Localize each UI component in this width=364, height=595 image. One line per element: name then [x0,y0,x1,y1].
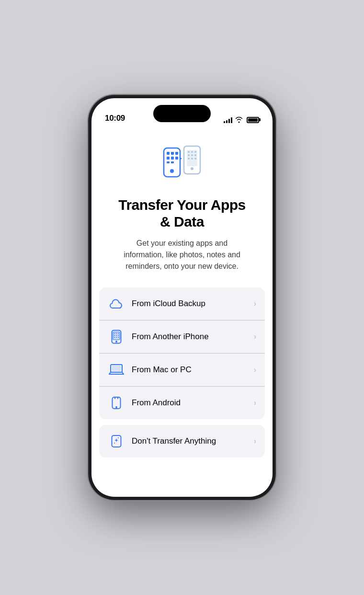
option-dont-transfer[interactable]: Don't Transfer Anything › [99,425,265,458]
option-another-iphone-label: From Another iPhone [132,332,254,342]
svg-point-28 [118,333,119,334]
svg-point-4 [194,151,196,153]
svg-rect-20 [171,161,174,163]
option-another-iphone-chevron: › [254,332,256,341]
svg-point-43 [118,437,119,438]
transfer-icon-area [158,142,206,185]
svg-point-8 [188,158,190,160]
svg-rect-18 [175,157,178,160]
phone-screen: 10:09 [91,98,273,497]
svg-point-21 [170,169,174,173]
svg-point-30 [116,335,117,336]
option-android-label: From Android [132,398,254,408]
option-android[interactable]: From Android › [99,386,265,419]
svg-point-5 [188,154,190,156]
svg-point-3 [191,151,193,153]
cloud-icon [108,295,125,312]
svg-point-42 [114,443,115,444]
battery-icon [247,117,259,123]
status-icons [224,116,259,123]
svg-point-7 [194,154,196,156]
secondary-options-list: Don't Transfer Anything › [99,425,265,458]
iphone-icon [108,328,125,345]
svg-point-27 [116,333,117,334]
option-mac-pc[interactable]: From Mac or PC › [99,353,265,386]
svg-rect-16 [167,157,170,160]
wifi-icon [235,116,243,123]
svg-rect-36 [112,366,121,371]
svg-rect-17 [171,157,174,160]
main-options-list: From iCloud Backup › [99,287,265,419]
option-icloud-chevron: › [254,299,256,308]
svg-point-2 [188,151,190,153]
dynamic-island [153,105,211,122]
svg-point-32 [114,337,115,338]
option-mac-pc-label: From Mac or PC [132,365,254,375]
status-time: 10:09 [105,114,125,123]
svg-point-33 [116,337,117,338]
option-mac-pc-chevron: › [254,366,256,374]
svg-point-38 [115,406,117,408]
option-icloud-backup[interactable]: From iCloud Backup › [99,287,265,320]
option-android-chevron: › [254,399,256,407]
option-dont-transfer-chevron: › [254,437,256,446]
svg-point-11 [191,167,193,170]
svg-rect-13 [167,152,170,155]
signal-icon [224,116,232,123]
svg-point-31 [118,335,119,336]
android-phone-icon [108,394,125,412]
option-dont-transfer-label: Don't Transfer Anything [132,436,254,446]
phone-device: 10:09 [89,95,275,500]
transfer-phones-icon [158,142,206,185]
screen-content: Transfer Your Apps& Data Get your existi… [91,127,273,497]
svg-rect-14 [171,152,174,155]
svg-point-9 [191,158,193,160]
option-icloud-label: From iCloud Backup [132,299,254,309]
svg-point-29 [114,335,115,336]
svg-point-10 [194,158,196,160]
laptop-icon [108,361,125,378]
svg-rect-19 [167,161,170,163]
svg-point-25 [115,341,117,343]
sparkle-phone-icon [108,433,125,450]
svg-point-6 [191,154,193,156]
svg-point-26 [114,333,115,334]
page-subtitle: Get your existing apps and information, … [91,238,273,272]
svg-rect-15 [175,152,178,155]
page-title: Transfer Your Apps& Data [99,197,265,230]
svg-point-34 [118,337,119,338]
option-another-iphone[interactable]: From Another iPhone › [99,320,265,353]
